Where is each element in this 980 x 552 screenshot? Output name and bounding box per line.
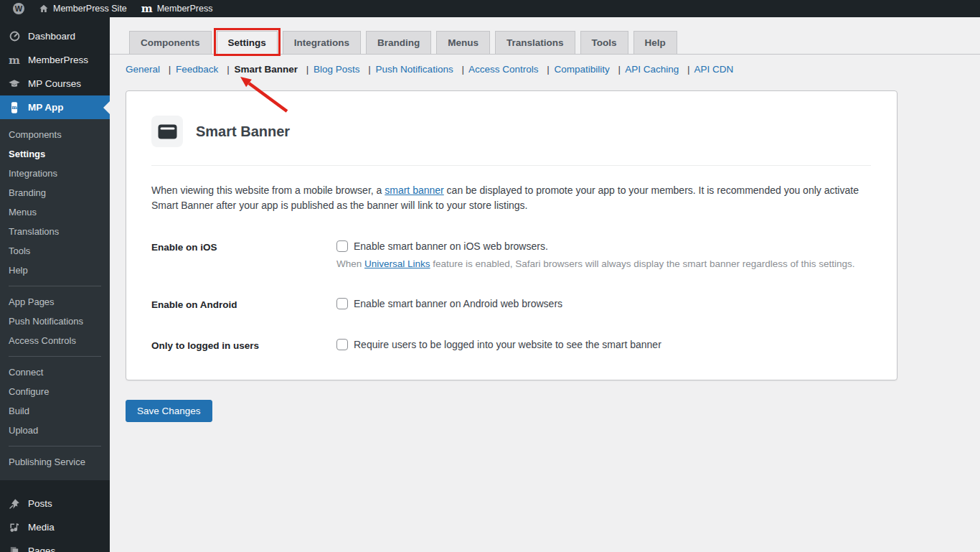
memberpress-toolbar-link[interactable]: m MemberPress — [134, 0, 220, 17]
wordpress-logo-icon: W — [13, 3, 24, 14]
sidebar-subitem-app-pages[interactable]: App Pages — [0, 292, 110, 312]
subnav-separator: | — [461, 64, 464, 75]
sidebar-subitem-build[interactable]: Build — [0, 401, 110, 421]
setting-control: Require users to be logged into your web… — [336, 339, 861, 351]
smart-banner-panel: Smart Banner When viewing this website f… — [126, 90, 897, 380]
sidebar-subitem-help[interactable]: Help — [0, 261, 110, 280]
ios-note: When Universal Links feature is enabled,… — [336, 258, 861, 269]
setting-control: Enable smart banner on iOS web browsers.… — [336, 240, 861, 269]
sidebar-item-memberpress[interactable]: m MemberPress — [0, 48, 110, 72]
setting-label: Only to logged in users — [151, 339, 336, 351]
sidebar-subitem-components[interactable]: Components — [0, 125, 110, 144]
sidebar-subitem-settings[interactable]: Settings — [0, 144, 110, 164]
wordpress-logo-button[interactable]: W — [6, 0, 32, 17]
sidebar-subitem-branding[interactable]: Branding — [0, 183, 110, 202]
sidebar-subitem-push-notifications[interactable]: Push Notifications — [0, 312, 110, 331]
memberpress-toolbar-label: MemberPress — [157, 4, 213, 14]
save-changes-button[interactable]: Save Changes — [126, 400, 212, 422]
admin-bar: W MemberPress Site m MemberPress — [0, 0, 980, 17]
wordpress-admin-page: W MemberPress Site m MemberPress Dashboa… — [0, 0, 980, 552]
memberpress-logo-icon: m — [141, 4, 153, 14]
sidebar-subitem-menus[interactable]: Menus — [0, 202, 110, 222]
sidebar-subitem-configure[interactable]: Configure — [0, 382, 110, 401]
sidebar-subitem-upload[interactable]: Upload — [0, 421, 110, 440]
sidebar-item-label: Posts — [28, 498, 52, 509]
logged-in-users-checkbox[interactable] — [336, 339, 348, 350]
settings-subnav: General | Feedback | Smart Banner | Blog… — [126, 64, 980, 75]
logged-in-users-checkbox-label[interactable]: Require users to be logged into your web… — [354, 339, 661, 350]
smart-banner-link[interactable]: smart banner — [385, 184, 443, 196]
sidebar-divider — [9, 286, 101, 286]
dashboard-icon — [8, 30, 21, 42]
sidebar-subitem-access-controls[interactable]: Access Controls — [0, 331, 110, 350]
setting-row-enable-ios: Enable on iOS Enable smart banner on iOS… — [151, 240, 861, 269]
subnav-current-smart-banner[interactable]: Smart Banner — [234, 64, 298, 75]
sidebar-item-mp-app[interactable]: m MP App — [0, 95, 110, 119]
smart-banner-icon — [151, 116, 183, 147]
subnav-separator: | — [368, 64, 371, 75]
universal-links-link[interactable]: Universal Links — [364, 258, 430, 269]
mobile-app-icon: m — [8, 101, 21, 114]
enable-ios-checkbox-label[interactable]: Enable smart banner on iOS web browsers. — [354, 240, 548, 252]
main-content: Components Settings Integrations Brandin… — [110, 17, 980, 552]
subnav-link-blog-posts[interactable]: Blog Posts — [314, 64, 360, 75]
subnav-link-api-caching[interactable]: API Caching — [625, 64, 679, 75]
admin-sidebar: Dashboard m MemberPress MP Courses m MP … — [0, 17, 110, 552]
enable-android-checkbox[interactable] — [336, 298, 348, 309]
tab-branding[interactable]: Branding — [366, 31, 431, 54]
graduation-cap-icon — [8, 78, 21, 90]
sidebar-item-mp-courses[interactable]: MP Courses — [0, 72, 110, 95]
sidebar-divider — [9, 446, 101, 446]
sidebar-item-dashboard[interactable]: Dashboard — [0, 24, 110, 48]
subnav-separator: | — [227, 64, 230, 75]
subnav-separator: | — [547, 64, 550, 75]
sidebar-subitem-translations[interactable]: Translations — [0, 222, 110, 241]
setting-label: Enable on iOS — [151, 240, 336, 269]
panel-description: When viewing this website from a mobile … — [151, 183, 861, 213]
tab-translations[interactable]: Translations — [495, 31, 575, 54]
enable-ios-checkbox[interactable] — [336, 240, 348, 252]
setting-row-logged-in-users: Only to logged in users Require users to… — [151, 339, 861, 351]
tab-settings-label: Settings — [228, 37, 266, 48]
setting-control: Enable smart banner on Android web brows… — [336, 298, 861, 310]
sidebar-subitem-integrations[interactable]: Integrations — [0, 164, 110, 183]
tab-menus[interactable]: Menus — [436, 31, 490, 54]
subnav-link-feedback[interactable]: Feedback — [176, 64, 218, 75]
tab-components[interactable]: Components — [129, 31, 212, 54]
sidebar-subitem-publishing-service[interactable]: Publishing Service — [0, 452, 110, 472]
subnav-link-general[interactable]: General — [126, 64, 160, 75]
sidebar-item-label: MemberPress — [28, 55, 88, 65]
sidebar-item-label: MP Courses — [28, 78, 81, 89]
sidebar-item-media[interactable]: Media — [0, 515, 110, 539]
sidebar-subitem-tools[interactable]: Tools — [0, 241, 110, 261]
sidebar-subitem-connect[interactable]: Connect — [0, 362, 110, 382]
subnav-separator: | — [687, 64, 690, 75]
panel-body: When viewing this website from a mobile … — [126, 166, 897, 380]
sidebar-item-posts[interactable]: Posts — [0, 492, 110, 515]
site-name-label: MemberPress Site — [53, 4, 127, 14]
sidebar-item-label: Media — [28, 522, 55, 533]
tab-integrations[interactable]: Integrations — [283, 31, 361, 54]
setting-label: Enable on Android — [151, 298, 336, 310]
tab-settings[interactable]: Settings — [217, 31, 278, 55]
sidebar-item-label: Dashboard — [28, 31, 75, 42]
pages-icon — [8, 546, 21, 552]
tab-help[interactable]: Help — [633, 31, 677, 54]
subnav-link-api-cdn[interactable]: API CDN — [694, 64, 733, 75]
subnav-link-compatibility[interactable]: Compatibility — [555, 64, 610, 75]
tab-tools[interactable]: Tools — [580, 31, 628, 54]
sidebar-divider — [9, 356, 101, 357]
subnav-link-access-controls[interactable]: Access Controls — [468, 64, 539, 75]
mp-app-submenu: Components Settings Integrations Brandin… — [0, 119, 110, 480]
enable-android-checkbox-label[interactable]: Enable smart banner on Android web brows… — [354, 298, 562, 309]
subnav-separator: | — [306, 64, 309, 75]
sidebar-main-menu: Dashboard m MemberPress MP Courses m MP … — [0, 17, 110, 119]
subnav-separator: | — [618, 64, 621, 75]
tab-bar: Components Settings Integrations Brandin… — [110, 17, 980, 55]
subnav-link-push-notifications[interactable]: Push Notifications — [376, 64, 453, 75]
sidebar-bottom-menu: Posts Media Pages — [0, 492, 110, 552]
svg-text:m: m — [11, 104, 17, 111]
sidebar-item-pages[interactable]: Pages — [0, 539, 110, 552]
site-name-link[interactable]: MemberPress Site — [32, 0, 134, 17]
panel-header: Smart Banner — [126, 91, 897, 147]
